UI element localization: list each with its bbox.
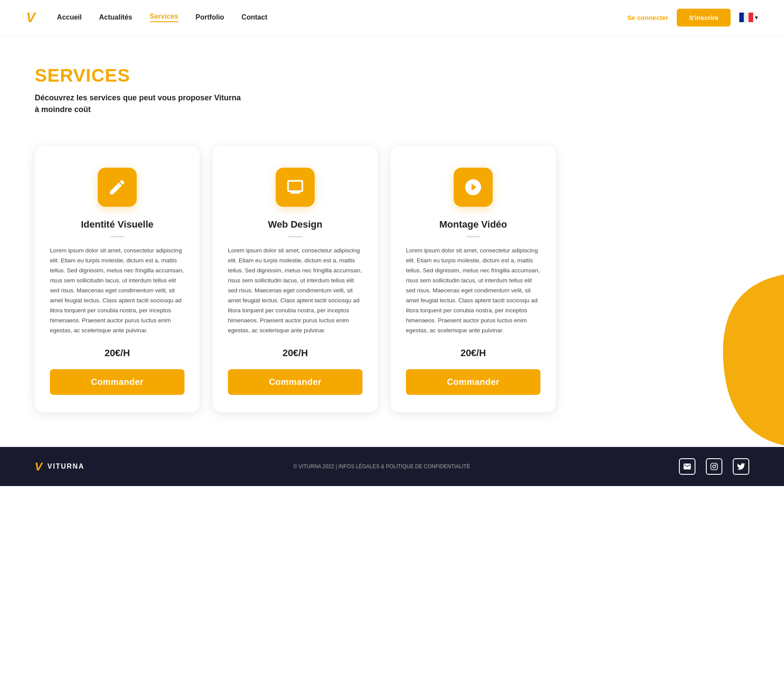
card-title-3: Montage Vidéo: [439, 219, 507, 230]
card-web-design: Web Design Lorem ipsum dolor sit amet, c…: [213, 146, 378, 412]
card-title-1: Identité Visuelle: [81, 219, 153, 230]
card-divider-2: [288, 236, 302, 237]
login-button[interactable]: Se connecter: [627, 14, 668, 21]
hero-section: SERVICES Découvrez les services que peut…: [0, 35, 784, 129]
footer-icons: [679, 458, 749, 475]
logo: V: [26, 10, 35, 24]
card-price-2: 20€/H: [283, 347, 308, 359]
flag-icon: [739, 13, 753, 22]
signup-button[interactable]: S'inscrire: [677, 9, 731, 26]
footer: V VITURNA © VITURNA 2022 | INFOS LÉGALES…: [0, 447, 784, 486]
lang-label: ▾: [755, 14, 758, 21]
lang-selector[interactable]: ▾: [739, 13, 758, 22]
nav-services[interactable]: Services: [150, 13, 178, 22]
card-text-3: Lorem ipsum dolor sit amet, consectetur …: [406, 246, 540, 335]
instagram-icon[interactable]: [706, 458, 722, 475]
services-subtitle: Découvrez les services que peut vous pro…: [35, 92, 252, 116]
nav-actualites[interactable]: Actualités: [99, 13, 132, 21]
card-text-1: Lorem ipsum dolor sit amet, consectetur …: [50, 246, 184, 335]
twitter-icon[interactable]: [733, 458, 749, 475]
commander-button-2[interactable]: Commander: [228, 369, 362, 395]
card-price-3: 20€/H: [461, 347, 486, 359]
navbar-left: V Accueil Actualités Services Portfolio …: [26, 10, 267, 24]
footer-brand-name: VITURNA: [47, 463, 84, 470]
navbar-links: Accueil Actualités Services Portfolio Co…: [57, 13, 267, 22]
services-title: SERVICES: [35, 65, 749, 86]
cards-section: Identité Visuelle Lorem ipsum dolor sit …: [0, 129, 784, 447]
footer-logo: V: [35, 460, 42, 473]
cards-container: Identité Visuelle Lorem ipsum dolor sit …: [35, 146, 749, 412]
svg-rect-2: [748, 13, 753, 22]
card-identite-visuelle: Identité Visuelle Lorem ipsum dolor sit …: [35, 146, 200, 412]
card-icon-monitor: [276, 168, 315, 207]
card-text-2: Lorem ipsum dolor sit amet, consectetur …: [228, 246, 362, 335]
nav-accueil[interactable]: Accueil: [57, 13, 82, 21]
navbar-right: Se connecter S'inscrire ▾: [627, 9, 758, 26]
navbar: V Accueil Actualités Services Portfolio …: [0, 0, 784, 35]
card-price-1: 20€/H: [105, 347, 130, 359]
nav-portfolio[interactable]: Portfolio: [196, 13, 224, 21]
card-title-2: Web Design: [268, 219, 323, 230]
svg-rect-1: [744, 13, 749, 22]
commander-button-1[interactable]: Commander: [50, 369, 184, 395]
svg-rect-0: [739, 13, 744, 22]
card-divider-3: [466, 236, 480, 237]
card-divider-1: [110, 236, 124, 237]
card-icon-play: [454, 168, 493, 207]
mail-icon[interactable]: [679, 458, 695, 475]
nav-contact[interactable]: Contact: [241, 13, 267, 21]
footer-copy: © VITURNA 2022 | INFOS LÉGALES & POLITIQ…: [84, 463, 679, 470]
footer-brand: V VITURNA: [35, 460, 84, 473]
card-icon-pen: [98, 168, 137, 207]
card-montage-video: Montage Vidéo Lorem ipsum dolor sit amet…: [391, 146, 556, 412]
commander-button-3[interactable]: Commander: [406, 369, 540, 395]
